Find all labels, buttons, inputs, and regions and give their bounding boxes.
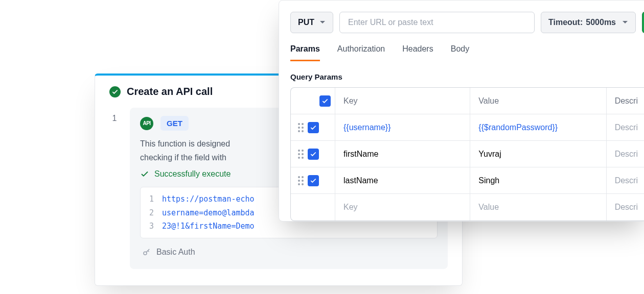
drag-handle-icon[interactable] — [298, 123, 304, 132]
row-checkbox[interactable] — [308, 122, 319, 133]
step-number: 1 — [109, 108, 120, 269]
table-row-new[interactable]: Key Value Descri — [291, 194, 644, 220]
request-toolbar: PUT Enter URL or paste text Timeout: 500… — [290, 12, 644, 33]
table-row: {{username}} {{$randomPassword}} Descri — [291, 114, 644, 141]
header-description: Descri — [607, 88, 644, 114]
tab-headers[interactable]: Headers — [402, 44, 433, 61]
request-panel: PUT Enter URL or paste text Timeout: 500… — [279, 0, 644, 222]
table-header-row: Key Value Descri — [291, 88, 644, 114]
run-button[interactable] — [642, 12, 644, 33]
method-select[interactable]: PUT — [290, 12, 333, 33]
row-checkbox[interactable] — [308, 175, 319, 186]
row-controls — [291, 114, 335, 140]
success-check-icon — [109, 86, 121, 97]
header-check-cell — [291, 88, 335, 114]
param-value[interactable]: Yuvraj — [470, 141, 606, 167]
param-desc[interactable]: Descri — [607, 141, 644, 167]
param-value[interactable]: {{$randomPassword}} — [470, 114, 606, 140]
param-value-placeholder[interactable]: Value — [470, 194, 606, 220]
param-key[interactable]: {{username}} — [335, 114, 470, 140]
api-icon: API — [140, 117, 153, 130]
tab-body[interactable]: Body — [451, 44, 469, 61]
row-controls — [291, 194, 335, 220]
method-badge[interactable]: GET — [160, 116, 189, 131]
select-all-checkbox[interactable] — [319, 95, 331, 107]
drag-handle-icon[interactable] — [298, 176, 304, 185]
request-tabs: Params Authorization Headers Body — [290, 44, 644, 61]
param-key-placeholder[interactable]: Key — [335, 194, 470, 220]
url-input[interactable]: Enter URL or paste text — [339, 12, 535, 33]
editor-title: Create an API call — [127, 86, 213, 97]
param-key[interactable]: firstName — [335, 141, 470, 167]
chevron-down-icon — [622, 19, 628, 26]
header-key: Key — [335, 88, 470, 114]
timeout-select[interactable]: Timeout: 5000ms — [541, 12, 636, 33]
table-row: lastName Singh Descri — [291, 167, 644, 194]
tab-authorization[interactable]: Authorization — [337, 44, 385, 61]
row-controls — [291, 167, 335, 193]
param-desc[interactable]: Descri — [607, 114, 644, 140]
key-icon — [142, 248, 151, 257]
drag-handle-icon[interactable] — [298, 150, 304, 159]
header-value: Value — [470, 88, 606, 114]
tab-params[interactable]: Params — [290, 44, 320, 61]
param-desc-placeholder[interactable]: Descri — [607, 194, 644, 220]
params-table: Key Value Descri {{username}} {{$randomP… — [290, 87, 644, 221]
param-value[interactable]: Singh — [470, 167, 606, 193]
row-checkbox[interactable] — [308, 149, 319, 160]
param-desc[interactable]: Descri — [607, 167, 644, 193]
row-controls — [291, 141, 335, 167]
section-title: Query Params — [290, 72, 644, 81]
chevron-down-icon — [319, 19, 326, 26]
param-key[interactable]: lastName — [335, 167, 470, 193]
table-row: firstName Yuvraj Descri — [291, 141, 644, 167]
auth-row[interactable]: Basic Auth — [140, 243, 438, 261]
